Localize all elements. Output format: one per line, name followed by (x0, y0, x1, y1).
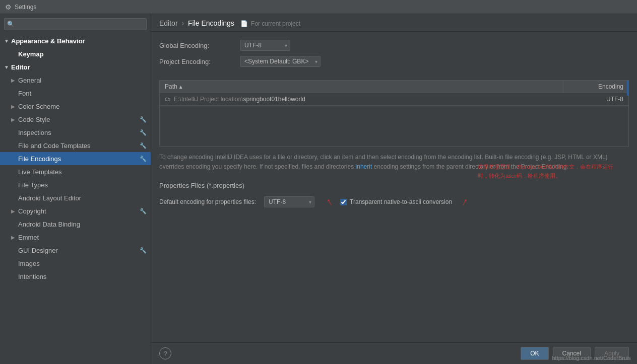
properties-section-title: Properties Files (*.properties) (159, 182, 629, 189)
title-bar-label: Settings (15, 4, 36, 11)
red-arrow-left-icon: ↑ (324, 195, 335, 209)
search-box[interactable]: 🔍 (4, 18, 147, 30)
arrow-spacer (11, 274, 18, 279)
expand-arrow-icon: ▶ (11, 208, 18, 214)
default-encoding-row: Default encoding for properties files: (159, 198, 256, 205)
sidebar-item-font[interactable]: Font (0, 87, 151, 100)
expand-arrow-icon: ▶ (11, 117, 18, 122)
file-icon: 📄 (240, 20, 248, 27)
file-table-body: 🗂 E:\IntelliJ Project location\springboo… (160, 93, 628, 106)
watermark: https://blog.csdn.net/CoderBruis (552, 355, 631, 361)
default-encoding-select-wrapper[interactable]: UTF-8 GBK ISO-8859-1 (264, 196, 314, 207)
global-encoding-label: Global Encoding: (159, 42, 240, 49)
sidebar-item-color-scheme[interactable]: ▶ Color Scheme (0, 100, 151, 113)
settings-page-icon: 🔧 (140, 156, 147, 162)
sidebar-item-images[interactable]: Images (0, 257, 151, 270)
expand-arrow-icon: ▶ (11, 78, 18, 83)
table-empty-area (159, 106, 629, 147)
sidebar-item-code-style[interactable]: ▶ Code Style 🔧 (0, 113, 151, 126)
sidebar-item-file-types[interactable]: File Types (0, 178, 151, 191)
arrow-spacer (11, 261, 18, 266)
sidebar-item-live-templates[interactable]: Live Templates (0, 165, 151, 178)
transparent-conversion-label: Transparent native-to-ascii conversion (350, 198, 452, 205)
sidebar-item-intentions[interactable]: Intentions (0, 270, 151, 283)
right-panel: Editor › File Encodings 📄 For current pr… (151, 14, 637, 364)
red-arrow-right-icon: ↑ (459, 195, 471, 209)
settings-page-icon: 🔧 (140, 129, 147, 136)
file-encoding: UTF-8 (558, 96, 623, 103)
sidebar-item-general[interactable]: ▶ General (0, 74, 151, 87)
project-encoding-label: Project Encoding: (159, 58, 240, 65)
properties-section: Properties Files (*.properties) Default … (151, 178, 637, 212)
settings-icon: ⚙ (5, 3, 12, 11)
sidebar: 🔍 ▼ Appearance & Behavior Keymap ▼ Edito… (0, 14, 151, 364)
default-encoding-label: Default encoding for properties files: (159, 198, 256, 205)
settings-page-icon: 🔧 (140, 142, 147, 149)
expand-arrow-icon: ▼ (4, 64, 11, 70)
main-container: 🔍 ▼ Appearance & Behavior Keymap ▼ Edito… (0, 14, 637, 364)
sidebar-item-keymap[interactable]: Keymap (0, 47, 151, 60)
file-table: Path▲ Encoding 🗂 E:\IntelliJ Project loc… (159, 80, 629, 106)
properties-controls: Default encoding for properties files: U… (159, 195, 629, 208)
help-button[interactable]: ? (159, 347, 171, 359)
scroll-indicator (627, 81, 628, 96)
panel-title: Editor › File Encodings 📄 For current pr… (159, 19, 629, 27)
title-bar: ⚙ Settings (0, 0, 637, 14)
file-table-header: Path▲ Encoding (160, 81, 628, 93)
project-note: 📄 For current project (240, 20, 300, 27)
sidebar-tree: ▼ Appearance & Behavior Keymap ▼ Editor … (0, 34, 151, 364)
file-path: E:\IntelliJ Project location\springboot0… (174, 96, 558, 103)
expand-arrow-icon: ▶ (11, 104, 18, 109)
arrow-spacer (11, 91, 18, 96)
col-path-header: Path▲ (160, 81, 563, 93)
checkbox-row: Transparent native-to-ascii conversion (340, 198, 452, 205)
sidebar-item-android-layout-editor[interactable]: Android Layout Editor (0, 191, 151, 204)
arrow-spacer (11, 143, 18, 149)
search-icon: 🔍 (7, 21, 15, 28)
col-encoding-header: Encoding (563, 81, 628, 93)
global-encoding-select[interactable]: UTF-8 UTF-16 ISO-8859-1 GBK (240, 40, 290, 51)
breadcrumb-editor: Editor (159, 19, 178, 27)
project-encoding-row: Project Encoding: <System Default: GBK> … (159, 56, 629, 67)
sidebar-item-file-encodings[interactable]: File Encodings 🔧 (0, 152, 151, 165)
arrow-spacer (11, 182, 18, 188)
breadcrumb-separator: › (181, 19, 186, 27)
sort-arrow-icon: ▲ (178, 84, 183, 90)
transparent-conversion-checkbox[interactable] (340, 199, 347, 205)
search-input[interactable] (4, 18, 147, 30)
project-encoding-select-wrapper[interactable]: <System Default: GBK> UTF-8 UTF-16 (240, 56, 321, 67)
arrow-spacer (11, 222, 18, 227)
panel-content: Global Encoding: UTF-8 UTF-16 ISO-8859-1… (151, 32, 637, 342)
sidebar-item-editor[interactable]: ▼ Editor (0, 60, 151, 74)
arrow-spacer (11, 248, 18, 253)
sidebar-item-appearance-behavior[interactable]: ▼ Appearance & Behavior (0, 34, 151, 47)
settings-page-icon: 🔧 (140, 247, 147, 254)
sidebar-item-copyright[interactable]: ▶ Copyright 🔧 (0, 204, 151, 217)
inherit-link[interactable]: inherit (356, 163, 372, 170)
default-encoding-select[interactable]: UTF-8 GBK ISO-8859-1 (264, 196, 314, 207)
panel-header: Editor › File Encodings 📄 For current pr… (151, 14, 637, 32)
arrow-spacer (11, 169, 18, 175)
global-encoding-row: Global Encoding: UTF-8 UTF-16 ISO-8859-1… (159, 40, 629, 51)
arrow-spacer (11, 156, 18, 162)
sidebar-item-file-code-templates[interactable]: File and Code Templates 🔧 (0, 139, 151, 152)
breadcrumb-active: File Encodings (188, 19, 234, 27)
chinese-annotation: 这里的意思是，在properties输入的中文，会在程序运行时，转化为ascii… (478, 163, 619, 180)
expand-arrow-icon: ▼ (4, 38, 11, 44)
sidebar-item-android-data-binding[interactable]: Android Data Binding (0, 217, 151, 231)
global-encoding-select-wrapper[interactable]: UTF-8 UTF-16 ISO-8859-1 GBK (240, 40, 290, 51)
sidebar-item-emmet[interactable]: ▶ Emmet (0, 231, 151, 244)
arrow-spacer (11, 130, 18, 135)
arrow-spacer (11, 195, 18, 201)
encoding-settings: Global Encoding: UTF-8 UTF-16 ISO-8859-1… (151, 32, 637, 80)
settings-page-icon: 🔧 (140, 208, 147, 214)
ok-button[interactable]: OK (521, 347, 548, 360)
sidebar-item-inspections[interactable]: Inspections 🔧 (0, 126, 151, 139)
project-encoding-select[interactable]: <System Default: GBK> UTF-8 UTF-16 (240, 56, 321, 67)
expand-arrow-icon: ▶ (11, 235, 18, 240)
settings-page-icon: 🔧 (140, 116, 147, 123)
sidebar-item-gui-designer[interactable]: GUI Designer 🔧 (0, 244, 151, 257)
folder-icon: 🗂 (165, 96, 171, 103)
table-row[interactable]: 🗂 E:\IntelliJ Project location\springboo… (160, 93, 628, 106)
